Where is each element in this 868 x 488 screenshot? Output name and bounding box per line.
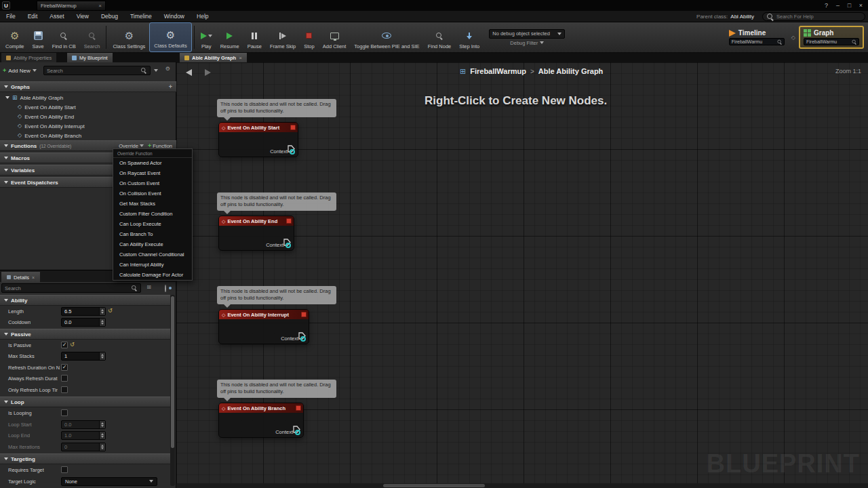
node-event-on-ability-branch[interactable]: ◇ Event On Ability Branch Context: [218, 403, 304, 438]
menu-item-can-branch-to[interactable]: Can Branch To: [113, 229, 192, 239]
menu-item-asset[interactable]: Asset: [43, 11, 70, 22]
node-header[interactable]: ◇ Event On Ability End: [219, 216, 294, 226]
toggle-pie-sie-button[interactable]: Toggle Between PIE and SIE: [350, 22, 423, 52]
reset-to-default-icon[interactable]: ↺: [108, 308, 113, 314]
details-search-input[interactable]: Search: [1, 283, 141, 293]
sidebar-item-event-on-ability-interrupt[interactable]: ◇ Event On Ability Interrupt: [18, 121, 85, 131]
graph-asset-search-input[interactable]: FireballWarmu: [804, 38, 859, 45]
debug-filter[interactable]: Debug Filter: [489, 40, 565, 46]
view-options-icon[interactable]: [165, 286, 166, 291]
reset-to-default-icon[interactable]: ↺: [70, 342, 75, 348]
spinner[interactable]: [99, 319, 105, 326]
node-header[interactable]: ◇ Event On Ability Interrupt: [219, 310, 309, 319]
context-pin[interactable]: Context: [281, 336, 306, 342]
play-button[interactable]: Play: [197, 22, 216, 52]
add-graph-icon[interactable]: +: [169, 84, 172, 90]
menu-item-on-custom-event[interactable]: On Custom Event: [113, 178, 192, 188]
tab-ability-properties[interactable]: Ability Properties: [1, 53, 56, 62]
grid-view-icon[interactable]: ⊞: [146, 285, 151, 290]
save-button[interactable]: Save: [28, 22, 48, 52]
stop-button[interactable]: Stop: [300, 22, 318, 52]
menu-item-view[interactable]: View: [71, 11, 95, 22]
find-in-cb-button[interactable]: Find in CB: [48, 22, 80, 52]
graph-mode-button[interactable]: Graph FireballWarmu: [799, 26, 864, 49]
class-defaults-button[interactable]: ⚙ Class Defaults: [149, 22, 191, 52]
debug-object-dropdown[interactable]: No debug object selected: [489, 29, 565, 39]
back-arrow-icon[interactable]: [186, 69, 192, 76]
loop-start-input[interactable]: 0.0: [61, 420, 106, 429]
spinner[interactable]: [99, 308, 105, 315]
search-button[interactable]: Search: [80, 22, 104, 52]
context-pin[interactable]: Context: [266, 242, 291, 248]
object-pin-icon[interactable]: [295, 430, 300, 435]
menu-item-can-interrupt-ability[interactable]: Can Interrupt Ability: [113, 260, 192, 270]
frame-skip-button[interactable]: Frame Skip: [266, 22, 300, 52]
scrollbar-thumb[interactable]: [171, 296, 174, 448]
chevron-down-icon[interactable]: [208, 35, 212, 37]
sidebar-item-event-on-ability-branch[interactable]: ◇ Event On Ability Branch: [18, 131, 81, 140]
max-iterations-input[interactable]: 0: [61, 443, 106, 451]
menu-item-on-collision-event[interactable]: On Collision Event: [113, 188, 192, 199]
always-refresh-checkbox[interactable]: [61, 375, 68, 382]
timeline-mode-button[interactable]: Timeline FireballWarmu: [726, 27, 788, 47]
graph-horizontal-scrollbar[interactable]: [176, 483, 868, 488]
context-pin[interactable]: Context: [270, 148, 295, 155]
menu-item-calculate-damage-for-actor[interactable]: Calculate Damage For Actor: [113, 270, 192, 280]
section-header-passive[interactable]: Passive: [0, 329, 170, 340]
section-header-ability[interactable]: Ability: [0, 295, 170, 306]
find-node-button[interactable]: Find Node: [424, 22, 456, 52]
graphs-section-header[interactable]: Graphs +: [0, 81, 176, 92]
menu-item-window[interactable]: Window: [158, 11, 191, 22]
only-refresh-checkbox[interactable]: [61, 386, 68, 393]
object-pin-icon[interactable]: [285, 243, 291, 248]
step-into-button[interactable]: Step Into: [455, 22, 484, 52]
close-icon[interactable]: ×: [239, 55, 242, 61]
loop-end-input[interactable]: 1.0: [61, 431, 106, 440]
section-header-targeting[interactable]: Targeting: [0, 453, 170, 464]
cooldown-input[interactable]: 0.0: [61, 318, 106, 327]
section-header-loop[interactable]: Loop: [0, 396, 170, 407]
length-input[interactable]: 6.5: [61, 307, 106, 316]
resume-button[interactable]: Resume: [216, 22, 243, 52]
add-new-button[interactable]: + Add New: [3, 65, 37, 76]
menu-item-get-max-stacks[interactable]: Get Max Stacks: [113, 199, 192, 209]
menu-item-debug[interactable]: Debug: [95, 11, 124, 22]
breadcrumb-current[interactable]: Able Ability Graph: [538, 67, 604, 75]
tab-my-blueprint[interactable]: My Blueprint: [67, 53, 113, 62]
menu-item-can-ability-execute[interactable]: Can Ability Execute: [113, 239, 192, 249]
context-pin[interactable]: Context: [275, 429, 300, 435]
menu-item-custom-channel-conditional[interactable]: Custom Channel Conditional: [113, 249, 192, 260]
menu-item-edit[interactable]: Edit: [22, 11, 44, 22]
gear-icon[interactable]: ⚙: [165, 66, 170, 72]
forward-arrow-icon[interactable]: [205, 69, 211, 76]
parent-class-value[interactable]: Abl Ability: [730, 14, 754, 20]
node-event-on-ability-start[interactable]: ◇ Event On Ability Start Context: [218, 122, 298, 157]
target-logic-dropdown[interactable]: None: [61, 477, 157, 486]
maximize-button[interactable]: □: [844, 2, 855, 9]
menu-item-can-loop-execute[interactable]: Can Loop Execute: [113, 219, 192, 229]
max-stacks-input[interactable]: 1: [61, 352, 106, 361]
requires-target-checkbox[interactable]: [61, 466, 68, 473]
node-header[interactable]: ◇ Event On Ability Start: [219, 123, 298, 132]
help-button[interactable]: ?: [821, 2, 832, 9]
object-pin-icon[interactable]: [300, 336, 306, 342]
class-settings-button[interactable]: ⚙ Class Settings: [108, 22, 149, 52]
menu-item-file[interactable]: File: [0, 11, 22, 22]
object-pin-icon[interactable]: [290, 149, 295, 155]
node-event-on-ability-end[interactable]: ◇ Event On Ability End Context: [218, 216, 294, 251]
spinner[interactable]: [99, 352, 105, 360]
menu-item-custom-filter-condition[interactable]: Custom Filter Condition: [113, 209, 192, 219]
sidebar-item-event-on-ability-start[interactable]: ◇ Event On Ability Start: [18, 102, 76, 112]
close-icon[interactable]: ×: [32, 275, 35, 280]
add-client-button[interactable]: Add Client: [319, 22, 351, 52]
sidebar-item-able-ability-graph[interactable]: ⊞ Able Ability Graph: [5, 93, 63, 102]
view-options-icon[interactable]: [154, 68, 158, 73]
tab-details[interactable]: Details ×: [1, 272, 40, 283]
is-passive-checkbox[interactable]: ✓: [61, 342, 68, 348]
menu-item-help[interactable]: Help: [191, 11, 214, 22]
blueprint-graph-canvas[interactable]: ⊞ FireballWarmup > Able Ability Graph Zo…: [176, 62, 868, 488]
timeline-asset-search-input[interactable]: FireballWarmu: [729, 38, 785, 45]
minimize-button[interactable]: –: [832, 2, 844, 9]
help-search-input[interactable]: Search For Help: [762, 12, 865, 21]
my-blueprint-search-input[interactable]: Search: [43, 66, 151, 75]
